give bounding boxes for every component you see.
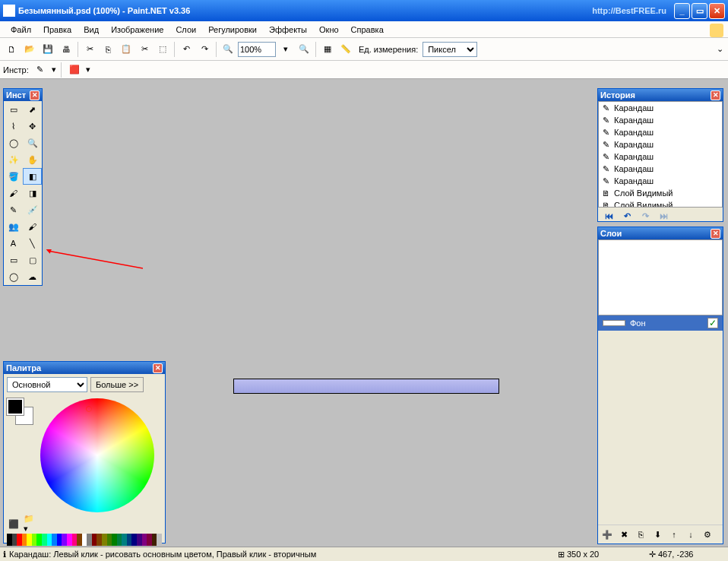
palette-color[interactable] [17,534,22,546]
layer-props-button[interactable]: ⚙ [701,528,714,541]
color-scheme-button[interactable]: 🟥 [66,62,83,78]
palette-color[interactable] [92,534,97,546]
palette-menu-button[interactable]: 📁▾ [24,517,37,531]
palette-color[interactable] [142,534,147,546]
unit-select[interactable]: Пиксел [423,42,477,57]
undo-button[interactable]: ↶ [178,41,195,58]
menu-image[interactable]: Изображение [105,24,169,36]
copy-button[interactable]: ⎘ [100,41,116,58]
palette-color[interactable] [36,534,42,546]
layers-panel-title[interactable]: Слои✕ [598,227,723,239]
line-tool[interactable]: ╲ [23,235,42,252]
palette-color[interactable] [47,534,52,546]
magic-wand-tool[interactable]: ✨ [4,151,23,168]
move-up-button[interactable]: ↑ [667,528,681,541]
history-item[interactable]: ✎Карандаш [599,114,722,126]
bucket-tool[interactable]: 🪣 [4,168,23,185]
ruler-button[interactable]: 📏 [337,41,354,58]
primary-color-swatch[interactable] [7,398,24,415]
palette-color[interactable] [57,534,62,546]
menu-edit[interactable]: Правка [37,24,78,36]
menu-adjustments[interactable]: Регулировки [202,24,263,36]
history-undo-button[interactable]: ↶ [621,210,633,222]
palette-color[interactable] [52,534,57,546]
history-last-button[interactable]: ⏭ [657,210,669,222]
eraser-tool[interactable]: ◨ [23,185,42,201]
color-swatches[interactable] [7,398,37,429]
menu-file[interactable]: Файл [5,24,37,36]
close-icon[interactable]: ✕ [30,90,40,100]
history-item[interactable]: ✎Карандаш [599,102,722,114]
brush-tool[interactable]: 🖌 [4,185,23,201]
palette-color[interactable] [137,534,142,546]
palette-color[interactable] [27,534,32,546]
move-select-tool[interactable]: ⬈ [23,101,42,118]
zoom-out-button[interactable]: 🔍 [220,41,236,58]
ellipse-select-tool[interactable]: ◯ [4,135,23,151]
palette-color[interactable] [82,534,87,546]
palette-color[interactable] [157,534,162,546]
palette-color[interactable] [127,534,132,546]
menu-window[interactable]: Окно [313,24,345,36]
palette-color[interactable] [131,534,137,546]
palette-color[interactable] [62,534,67,546]
crop-button[interactable]: ✂ [136,41,153,58]
color-wheel[interactable] [40,398,154,512]
palette-color[interactable] [7,534,12,546]
clone-tool[interactable]: 👥 [4,218,23,235]
palette-color[interactable] [97,534,102,546]
palette-color[interactable] [72,534,78,546]
duplicate-layer-button[interactable]: ⎘ [634,528,647,541]
merge-layer-button[interactable]: ⬇ [650,528,664,541]
history-item[interactable]: ✎Карандаш [599,126,722,138]
move-tool[interactable]: ✥ [23,118,42,135]
canvas-gradient-rect[interactable] [233,379,499,394]
palette-color[interactable] [67,534,72,546]
history-item[interactable]: 🗎Слой Видимый [599,199,722,208]
menu-help[interactable]: Справка [345,24,390,36]
menu-layers[interactable]: Слои [169,24,202,36]
palette-color[interactable] [152,534,157,546]
history-item[interactable]: ✎Карандаш [599,175,722,187]
layer-row[interactable]: Фон ✓ [598,315,723,331]
history-item[interactable]: ✎Карандаш [599,163,722,175]
freeform-tool[interactable]: ☁ [23,268,42,285]
palette-color[interactable] [32,534,37,546]
palette-panel-title[interactable]: Палитра✕ [4,362,165,374]
move-down-button[interactable]: ↓ [684,528,698,541]
rect-select-tool[interactable]: ▭ [4,101,23,118]
history-first-button[interactable]: ⏮ [603,210,615,222]
zoom-in-button[interactable]: 🔍 [296,41,312,58]
eyedropper-tool[interactable]: 💉 [23,201,42,218]
cut-button[interactable]: ✂ [81,41,98,58]
lasso-tool[interactable]: ⌇ [4,118,23,135]
history-item[interactable]: 🗎Слой Видимый [599,187,722,199]
history-item[interactable]: ✎Карандаш [599,138,722,151]
pencil-tool[interactable]: ✎ [4,201,23,218]
palette-color[interactable] [107,534,112,546]
palette-color[interactable] [42,534,47,546]
rounded-rect-tool[interactable]: ▢ [23,252,42,268]
palette-color[interactable] [87,534,92,546]
save-button[interactable]: 💾 [40,41,56,58]
add-layer-button[interactable]: ➕ [600,528,614,541]
delete-layer-button[interactable]: ✖ [617,528,631,541]
tools-panel-title[interactable]: Инст✕ [4,89,42,101]
redo-button[interactable]: ↷ [196,41,213,58]
print-button[interactable]: 🖶 [58,41,74,58]
rectangle-tool[interactable]: ▭ [4,252,23,268]
open-button[interactable]: 📂 [21,41,38,58]
palette-more-button[interactable]: Больше >> [90,377,144,392]
palette-strip[interactable] [7,534,162,546]
palette-color[interactable] [77,534,82,546]
palette-color[interactable] [112,534,117,546]
close-icon[interactable]: ✕ [711,90,720,100]
deselect-button[interactable]: ⬚ [154,41,171,58]
maximize-button[interactable]: ▭ [692,3,707,19]
text-tool[interactable]: A [4,235,23,252]
paste-button[interactable]: 📋 [118,41,135,58]
ellipse-tool[interactable]: ◯ [4,268,23,285]
palette-color[interactable] [147,534,152,546]
recolor-tool[interactable]: 🖌 [23,218,42,235]
menu-effects[interactable]: Эффекты [263,24,313,36]
